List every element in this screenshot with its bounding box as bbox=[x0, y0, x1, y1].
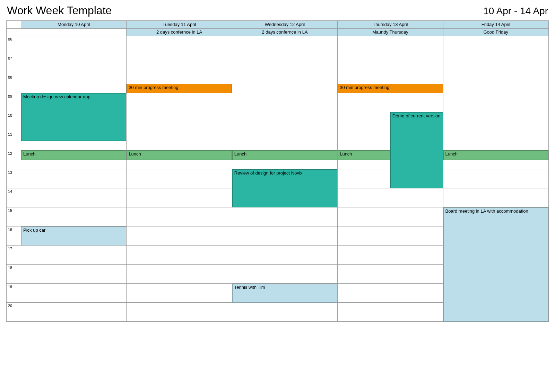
time-slot[interactable] bbox=[21, 303, 127, 322]
time-slot[interactable] bbox=[21, 207, 127, 226]
time-slot[interactable] bbox=[21, 246, 127, 265]
time-slot[interactable] bbox=[338, 303, 443, 322]
time-slot[interactable]: 30 min progress meeting bbox=[127, 74, 232, 93]
allday-cell[interactable]: 2 days confernce in LA bbox=[232, 29, 337, 36]
time-slot[interactable] bbox=[232, 112, 337, 131]
time-slot[interactable] bbox=[21, 265, 127, 284]
calendar-event[interactable]: Tennis with Tim bbox=[232, 284, 337, 303]
time-slot[interactable] bbox=[443, 188, 548, 207]
time-slot[interactable] bbox=[21, 188, 127, 207]
hour-row: 20 bbox=[7, 303, 549, 322]
time-slot[interactable]: Tennis with Tim bbox=[232, 284, 337, 303]
time-slot[interactable] bbox=[338, 188, 443, 207]
calendar-event[interactable]: Lunch bbox=[127, 150, 232, 160]
calendar-event[interactable]: 30 min progress meeting bbox=[127, 84, 232, 93]
time-slot[interactable] bbox=[232, 93, 337, 112]
allday-row: 2 days confernce in LA 2 days confernce … bbox=[7, 29, 549, 36]
allday-cell[interactable]: 2 days confernce in LA bbox=[127, 29, 232, 36]
calendar-event[interactable]: Lunch bbox=[21, 150, 126, 160]
time-slot[interactable] bbox=[232, 55, 337, 74]
time-slot[interactable] bbox=[127, 226, 232, 246]
time-slot[interactable] bbox=[127, 55, 232, 74]
time-slot[interactable] bbox=[338, 284, 443, 303]
time-slot[interactable] bbox=[443, 303, 548, 322]
calendar-event[interactable]: 30 min progress meeting bbox=[338, 84, 443, 93]
time-slot[interactable] bbox=[127, 131, 232, 150]
time-label: 13 bbox=[7, 169, 21, 188]
time-slot[interactable]: Pick up car bbox=[21, 226, 127, 246]
time-slot[interactable] bbox=[338, 226, 443, 246]
time-slot[interactable] bbox=[127, 207, 232, 226]
time-slot[interactable] bbox=[232, 303, 337, 322]
day-header-tue[interactable]: Tuesday 11 April bbox=[127, 21, 232, 29]
time-slot[interactable] bbox=[338, 55, 443, 74]
time-slot[interactable] bbox=[21, 284, 127, 303]
calendar-event[interactable]: Lunch bbox=[443, 150, 548, 160]
time-slot[interactable] bbox=[443, 265, 548, 284]
time-slot[interactable]: Lunch bbox=[21, 150, 127, 169]
day-header-thu[interactable]: Thursday 13 April bbox=[338, 21, 443, 29]
time-slot[interactable] bbox=[232, 207, 337, 226]
time-slot[interactable] bbox=[21, 74, 127, 93]
calendar-event[interactable]: Pick up car bbox=[21, 226, 126, 246]
time-slot[interactable] bbox=[127, 246, 232, 265]
time-slot[interactable] bbox=[21, 36, 127, 55]
time-slot[interactable] bbox=[338, 131, 443, 150]
time-slot[interactable]: 30 min progress meeting bbox=[338, 74, 443, 93]
time-slot[interactable] bbox=[338, 169, 443, 188]
time-slot[interactable] bbox=[127, 93, 232, 112]
time-slot[interactable]: Mockup design new calendar app bbox=[21, 93, 127, 112]
time-slot[interactable] bbox=[21, 55, 127, 74]
time-slot[interactable]: Lunch bbox=[232, 150, 337, 169]
calendar-event[interactable]: Lunch bbox=[232, 150, 337, 160]
time-slot[interactable] bbox=[232, 265, 337, 284]
time-slot[interactable] bbox=[21, 112, 127, 131]
time-slot[interactable] bbox=[232, 36, 337, 55]
time-slot[interactable] bbox=[443, 226, 548, 246]
allday-cell[interactable] bbox=[21, 29, 127, 36]
time-slot[interactable] bbox=[443, 246, 548, 265]
time-slot[interactable] bbox=[443, 55, 548, 74]
day-header-wed[interactable]: Wednesday 12 April bbox=[232, 21, 337, 29]
calendar-event[interactable]: Lunch bbox=[338, 150, 390, 160]
time-slot[interactable] bbox=[127, 112, 232, 131]
time-slot[interactable] bbox=[127, 303, 232, 322]
time-slot[interactable] bbox=[338, 265, 443, 284]
time-slot[interactable] bbox=[127, 284, 232, 303]
time-slot[interactable] bbox=[338, 93, 443, 112]
time-slot[interactable] bbox=[21, 169, 127, 188]
time-slot[interactable] bbox=[232, 246, 337, 265]
time-slot[interactable] bbox=[443, 112, 548, 131]
allday-cell[interactable]: Good Friday bbox=[443, 29, 548, 36]
time-slot[interactable] bbox=[232, 131, 337, 150]
time-slot[interactable] bbox=[338, 207, 443, 226]
time-slot[interactable] bbox=[443, 93, 548, 112]
time-slot[interactable] bbox=[21, 131, 127, 150]
allday-cell[interactable]: Maundy Thursday bbox=[338, 29, 443, 36]
time-slot[interactable]: Lunch bbox=[127, 150, 232, 169]
day-header-mon[interactable]: Monday 10 April bbox=[21, 21, 127, 29]
time-slot[interactable] bbox=[443, 131, 548, 150]
time-slot[interactable]: Lunch bbox=[338, 150, 443, 169]
time-slot[interactable]: Review of design for project Novix bbox=[232, 169, 337, 188]
time-slot[interactable] bbox=[443, 284, 548, 303]
time-slot[interactable] bbox=[232, 74, 337, 93]
time-slot[interactable] bbox=[127, 265, 232, 284]
time-slot[interactable] bbox=[443, 36, 548, 55]
time-slot[interactable] bbox=[338, 36, 443, 55]
time-slot[interactable] bbox=[232, 226, 337, 246]
time-label: 16 bbox=[7, 226, 21, 246]
time-slot[interactable] bbox=[232, 188, 337, 207]
time-slot[interactable]: Board meeting in LA with accommodation bbox=[443, 207, 548, 226]
day-header-fri[interactable]: Friday 14 April bbox=[443, 21, 548, 29]
time-slot[interactable]: Lunch bbox=[443, 150, 548, 169]
time-slot[interactable] bbox=[127, 36, 232, 55]
time-slot[interactable] bbox=[338, 246, 443, 265]
time-slot[interactable] bbox=[127, 169, 232, 188]
time-slot[interactable] bbox=[127, 188, 232, 207]
time-slot[interactable] bbox=[443, 169, 548, 188]
hour-row: 12LunchLunchLunchLunchLunch bbox=[7, 150, 549, 169]
time-slot[interactable]: Demo of current version bbox=[338, 112, 443, 131]
time-label: 14 bbox=[7, 188, 21, 207]
time-slot[interactable] bbox=[443, 74, 548, 93]
